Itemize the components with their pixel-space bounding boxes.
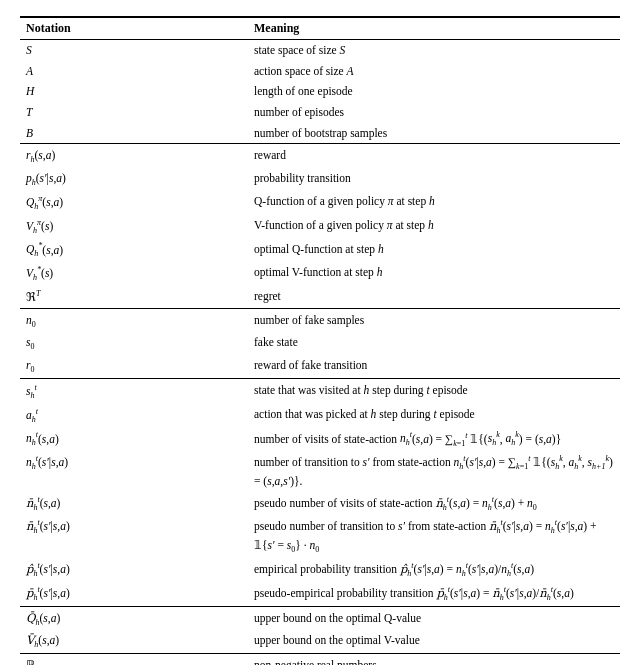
meaning-cell: reward of fake transition [248, 355, 620, 378]
meaning-cell: state that was visited at h step during … [248, 379, 620, 404]
notation-cell: aht [20, 404, 248, 428]
table-row: Tnumber of episodes [20, 102, 620, 123]
table-row: Vh*(s)optimal V-function at step h [20, 262, 620, 286]
notation-cell: Qhπ(s,a) [20, 191, 248, 215]
meaning-cell: state space of size S [248, 40, 620, 61]
notation-cell: ℝ+ [20, 654, 248, 665]
notation-cell: p̄ht(s′|s,a) [20, 582, 248, 606]
notation-cell: n̄ht(s,a) [20, 492, 248, 516]
meaning-cell: action space of size A [248, 61, 620, 82]
notation-cell: sht [20, 379, 248, 404]
table-row: Qh*(s,a)optimal Q-function at step h [20, 239, 620, 263]
meaning-cell: V-function of a given policy π at step h [248, 215, 620, 239]
meaning-cell: non-negative real numbers [248, 654, 620, 665]
notation-cell: nht(s,a) [20, 428, 248, 452]
meaning-cell: number of transition to s′ from state-ac… [248, 451, 620, 491]
table-row: r0reward of fake transition [20, 355, 620, 378]
table-row: rh(s,a)reward [20, 144, 620, 168]
table-row: Q̄h(s,a)upper bound on the optimal Q-val… [20, 606, 620, 630]
col-header-meaning: Meaning [248, 17, 620, 40]
table-row: ℜTregret [20, 286, 620, 308]
meaning-cell: number of visits of state-action nht(s,a… [248, 428, 620, 452]
notation-cell: ℜT [20, 286, 248, 308]
table-row: Aaction space of size A [20, 61, 620, 82]
meaning-cell: fake state [248, 332, 620, 355]
meaning-cell: upper bound on the optimal V-value [248, 630, 620, 653]
notation-cell: T [20, 102, 248, 123]
table-row: p̂ht(s′|s,a)empirical probability transi… [20, 558, 620, 582]
notation-cell: s0 [20, 332, 248, 355]
table-row: nht(s′|s,a)number of transition to s′ fr… [20, 451, 620, 491]
notation-cell: nht(s′|s,a) [20, 451, 248, 491]
meaning-cell: reward [248, 144, 620, 168]
meaning-cell: number of episodes [248, 102, 620, 123]
notation-cell: ph(s′|s,a) [20, 168, 248, 191]
notation-cell: Vh*(s) [20, 262, 248, 286]
notation-cell: p̂ht(s′|s,a) [20, 558, 248, 582]
meaning-cell: upper bound on the optimal Q-value [248, 606, 620, 630]
table-row: Sstate space of size S [20, 40, 620, 61]
notation-cell: S [20, 40, 248, 61]
meaning-cell: number of fake samples [248, 308, 620, 332]
notation-cell: Vhπ(s) [20, 215, 248, 239]
table-row: n̄ht(s,a)pseudo number of visits of stat… [20, 492, 620, 516]
table-row: n̄ht(s′|s,a)pseudo number of transition … [20, 515, 620, 558]
col-header-notation: Notation [20, 17, 248, 40]
meaning-cell: Q-function of a given policy π at step h [248, 191, 620, 215]
table-row: Hlength of one episode [20, 81, 620, 102]
notation-cell: H [20, 81, 248, 102]
meaning-cell: length of one episode [248, 81, 620, 102]
table-row: n0number of fake samples [20, 308, 620, 332]
notation-cell: rh(s,a) [20, 144, 248, 168]
table-row: Bnumber of bootstrap samples [20, 123, 620, 144]
meaning-cell: number of bootstrap samples [248, 123, 620, 144]
notation-cell: r0 [20, 355, 248, 378]
meaning-cell: optimal V-function at step h [248, 262, 620, 286]
table-row: s0fake state [20, 332, 620, 355]
table-row: p̄ht(s′|s,a)pseudo-empirical probability… [20, 582, 620, 606]
notation-cell: Qh*(s,a) [20, 239, 248, 263]
notation-cell: B [20, 123, 248, 144]
notation-table: Notation Meaning Sstate space of size SA… [20, 16, 620, 665]
meaning-cell: probability transition [248, 168, 620, 191]
notation-cell: Q̄h(s,a) [20, 606, 248, 630]
meaning-cell: pseudo number of transition to s′ from s… [248, 515, 620, 558]
table-row: ph(s′|s,a)probability transition [20, 168, 620, 191]
meaning-cell: regret [248, 286, 620, 308]
meaning-cell: pseudo number of visits of state-action … [248, 492, 620, 516]
table-row: shtstate that was visited at h step duri… [20, 379, 620, 404]
meaning-cell: action that was picked at h step during … [248, 404, 620, 428]
table-row: V̄h(s,a)upper bound on the optimal V-val… [20, 630, 620, 653]
meaning-cell: pseudo-empirical probability transition … [248, 582, 620, 606]
notation-cell: V̄h(s,a) [20, 630, 248, 653]
table-row: Qhπ(s,a)Q-function of a given policy π a… [20, 191, 620, 215]
table-row: nht(s,a)number of visits of state-action… [20, 428, 620, 452]
meaning-cell: empirical probability transition p̂ht(s′… [248, 558, 620, 582]
notation-cell: n0 [20, 308, 248, 332]
notation-cell: n̄ht(s′|s,a) [20, 515, 248, 558]
table-row: Vhπ(s)V-function of a given policy π at … [20, 215, 620, 239]
table-row: ℝ+non-negative real numbers [20, 654, 620, 665]
notation-cell: A [20, 61, 248, 82]
meaning-cell: optimal Q-function at step h [248, 239, 620, 263]
table-row: ahtaction that was picked at h step duri… [20, 404, 620, 428]
